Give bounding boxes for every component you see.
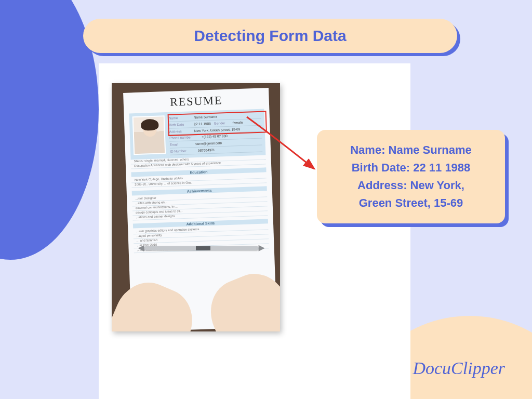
field-label: Address bbox=[169, 128, 191, 134]
field-label: Name bbox=[169, 115, 191, 121]
field-value: Name Surname bbox=[194, 114, 218, 120]
hand-right bbox=[201, 264, 280, 331]
resume-heading: RESUME bbox=[128, 92, 264, 110]
field-value: female bbox=[233, 120, 243, 125]
title-container: Detecting Form Data bbox=[83, 19, 457, 53]
resume-headshot bbox=[132, 115, 166, 155]
field-label: Phone number bbox=[169, 135, 198, 141]
extracted-data-container: Name: Name Surname Birth Date: 22 11 198… bbox=[317, 130, 505, 223]
field-label: Email bbox=[169, 141, 191, 147]
field-label: Gender bbox=[214, 121, 230, 126]
hands-overlay bbox=[128, 228, 277, 331]
extracted-line: Green Street, 15-69 bbox=[329, 194, 493, 212]
field-value: 987654321 bbox=[198, 148, 215, 153]
field-label: Birth Date bbox=[169, 122, 191, 127]
pen-icon bbox=[144, 246, 259, 250]
extracted-line: Name: Name Surname bbox=[329, 141, 493, 159]
extracted-line: Birth Date: 22 11 1988 bbox=[329, 159, 493, 177]
field-value: New York, Green Street, 15-69 bbox=[194, 127, 241, 134]
field-value: +(123) 45 67 830 bbox=[202, 134, 228, 139]
page-title: Detecting Form Data bbox=[194, 27, 346, 45]
field-value: 22 11 1988 bbox=[194, 121, 211, 127]
field-value: name@gmail.com bbox=[194, 140, 222, 147]
brand-logo: DocuClipper bbox=[413, 358, 505, 378]
field-label: ID Number bbox=[170, 148, 195, 154]
title-pill: Detecting Form Data bbox=[83, 19, 457, 53]
extracted-data-panel: Name: Name Surname Birth Date: 22 11 198… bbox=[317, 130, 505, 223]
extracted-line: Address: New York, bbox=[329, 177, 493, 194]
hand-left bbox=[112, 273, 203, 331]
